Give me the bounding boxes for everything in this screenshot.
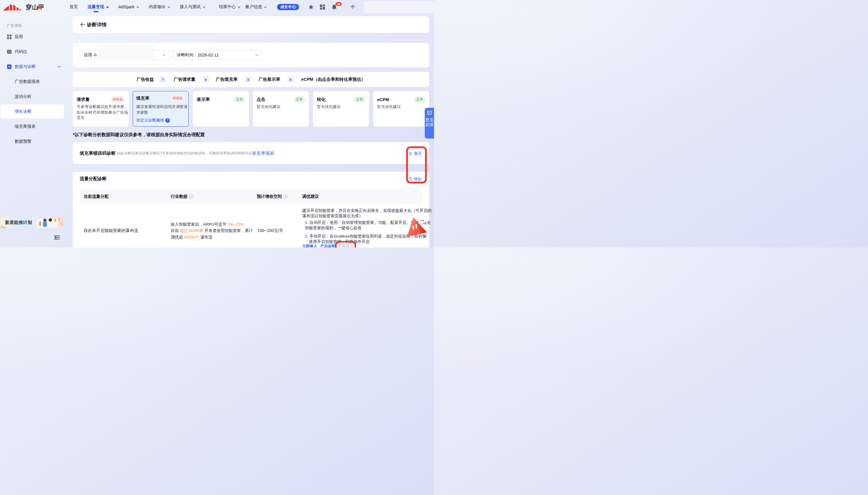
growth-center-button[interactable]: 成长中心 [277,4,299,10]
status-badge: 待优化 [170,95,185,101]
highlight-value: 30000个 [184,235,199,239]
sidebar-item-fill-rate-report[interactable]: 填充率报表 [1,119,64,134]
notification-count-badge: 18 [335,2,342,6]
back-arrow-icon[interactable] [80,22,85,27]
custom-threshold-link[interactable]: 自定义诊断阈值 ? [136,118,170,123]
revenue-formula-card: 广告收益 = 广告请求量 x 广告填充率 x 广告展示率 x eCPM（由点击率… [73,72,429,87]
status-badge: 正常 [354,96,365,103]
collapse-label: 收起 [414,176,422,182]
fill-rate-error-code-section: 填充率错误码诊断 此处诊断仅展示诊断日期近7天有调优增收空间的错误码，完整填充率… [73,142,429,164]
sidebar-item-data-alert[interactable]: 数据预警 [1,134,64,149]
divider [360,4,361,10]
brand-logo[interactable]: 穿山甲 [3,3,45,11]
metric-card-requests[interactable]: 请求量待优化 可参考诊断建议提升请求量，如补全样式和增加展示广告场景等 [73,91,129,126]
dismiss-link[interactable]: 不再提示 [338,244,353,248]
text-segment: 目前 [171,228,180,233]
feedback-tab[interactable]: 意见反馈 [425,108,434,139]
divider [345,4,346,10]
metric-card-header: 请求量待优化 [77,96,125,103]
formula-term-ecpm: eCPM（由点击率和转化率预估） [301,76,365,82]
advice-line: 建议开启智能管家，并且在实验正向后推全，实现收益最大化（可开启的 [302,208,418,214]
nav-item-home[interactable]: 首页 [69,0,78,14]
nav-item-integration-test[interactable]: 接入与测试 [180,0,206,14]
metric-card-header: eCPM正常 [377,96,426,103]
fill-rate-report-link[interactable]: 填充率报表 [252,151,274,156]
sidebar-item-growth-diagnosis[interactable]: 增长诊断 [1,104,64,119]
sidebar-collapse-icon[interactable] [54,236,60,239]
feedback-bubble-icon [427,111,432,116]
highlight-value: 5%~15% [228,222,244,226]
top-navigation: 穿山甲 首页 流量变现 AdSpark 内容输出 接入与测试 结算中心 账户信息… [0,0,434,16]
metric-card-conversion[interactable]: 转化正常 暂无优化建议 [313,91,369,126]
promo-title: 新星助推计划 [5,220,32,225]
section-title: 填充率错误码诊断 [80,150,116,156]
chevron-down-icon [238,6,241,8]
table-header-row: 当前流量分配 行业数据 ? 预计增收空间 ? 调优建议 [80,190,422,204]
app-select[interactable]: 应用 [80,50,170,60]
status-badge: 正常 [414,96,426,103]
app-select-label: 应用 [84,52,92,58]
text-segment: 瀑布流 [199,235,212,239]
nav-active-underline [94,11,99,12]
promo-banner-new-star-program[interactable]: 新星助推计划 [1,216,64,228]
industry-data-line: 接入智能管家后，ARPU可提升 5%~15% [171,221,253,228]
chevron-up-icon [58,66,61,68]
sidebar-item-apps[interactable]: 应用 [1,30,64,44]
double-chevron-down-icon [409,152,412,156]
advice-line: 1. 自动开启：使用「自动管理智能管家」功能，配置开启、关闭、推全 [302,220,418,225]
metric-card-ecpm[interactable]: eCPM正常 暂无优化建议 [373,91,429,126]
sidebar-item-fluctuation-analysis[interactable]: 波动分析 [1,89,64,104]
brand-accent-icon [37,6,42,9]
metric-card-fill-rate[interactable]: 填充率待优化 建议查看错误码说明并调整请求参数 自定义诊断阈值 ? [133,91,189,126]
favorites-star-icon[interactable] [308,0,314,14]
metric-title: 转化 [317,97,326,102]
apps-grid-icon[interactable] [320,0,325,14]
section-subtitle: 此处诊断仅展示诊断日期近7天有调优增收空间的错误码，完整填充率错误码明细详见填充… [117,150,274,156]
sidebar-item-ad-placements[interactable]: 代码位 [1,45,64,59]
metric-body-text: 暂无优化建议 [377,104,429,110]
collapse-control[interactable]: 收起 [409,176,422,182]
cell-industry-data: 接入智能管家后，ARPU可提升 5%~15% 目前 超过16000家 开发者使用… [167,204,253,248]
product-docs-link[interactable]: 产品说明 [320,244,335,248]
nav-item-label: 接入与测试 [180,4,201,10]
industry-data-line: 调优超 30000个 瀑布流 [171,234,253,241]
connect-now-link[interactable]: 立即接入 [302,244,317,248]
traffic-allocation-section: 流量分配诊断 收起 当前流量分配 行业数据 ? 预计增收空间 ? 调优建议 存在… [73,172,429,248]
help-icon[interactable]: ? [189,194,193,199]
divider [304,4,304,10]
metric-body-text: 暂无优化建议 [257,104,309,110]
nav-item-adspark[interactable]: AdSpark [118,0,139,14]
nav-item-label: 首页 [69,4,78,10]
double-chevron-up-icon [409,177,412,181]
sidebar-item-data-diagnosis[interactable]: 数据与诊断 [1,59,64,74]
expand-control[interactable]: 展开 [409,151,422,156]
metric-title: 填充率 [136,96,149,101]
language-switcher[interactable]: 中 [351,0,355,14]
metric-body-text: 建议查看错误码说明并调整请求参数 [136,104,189,115]
account-blurred-area[interactable] [364,1,434,14]
sidebar-item-ad-data-report[interactable]: 广告数据报表 [1,74,64,89]
nav-item-settlement[interactable]: 结算中心 [219,0,241,14]
sidebar-item-label: 数据预警 [15,139,31,144]
metric-card-show-rate[interactable]: 展示率正常 [193,91,249,126]
help-icon[interactable]: ? [165,118,170,123]
sidebar-item-label: 波动分析 [15,94,31,99]
nav-item-content-output[interactable]: 内容输出 [149,0,170,14]
metric-card-clicks[interactable]: 点击正常 暂无优化建议 [253,91,309,126]
cell-current-allocation: 存在未开启智能管家的瀑布流 [80,204,167,248]
help-icon[interactable]: ? [283,194,288,199]
nav-item-account-info[interactable]: 账户信息 [245,0,267,14]
multiply-operator: x [288,76,294,83]
chevron-down-icon [106,6,109,8]
nav-item-label: AdSpark [118,4,134,9]
col-header-current-allocation: 当前流量分配 [80,194,167,199]
chevron-down-icon [255,54,259,56]
metric-title: 点击 [257,97,265,102]
metric-card-header: 转化正常 [317,96,365,103]
nav-item-label: 账户信息 [245,4,262,10]
metric-body-text: 暂无优化建议 [317,104,369,110]
diagnosis-date-select[interactable]: 诊断时间： 2026-02-11 [173,50,263,60]
more-options-button[interactable]: ••• [419,219,426,223]
equals-operator: = [160,76,166,83]
date-label: 诊断时间： [177,52,198,58]
